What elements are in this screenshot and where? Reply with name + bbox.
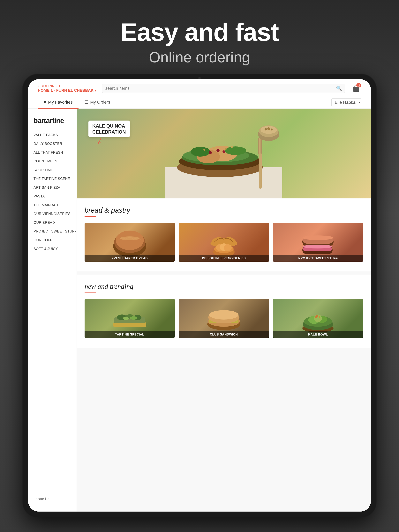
hero-subtitle: Online ordering [120,49,279,66]
svg-rect-0 [353,87,359,92]
sidebar-item-our-coffee[interactable]: OUR COFFEE [28,236,77,245]
hero-title: Easy and fast [120,18,279,47]
logo-bold: tartine [44,117,64,125]
product-card-tartine[interactable]: TARTINE SPECIAL [84,299,175,338]
user-area: Elie Habka [331,98,361,106]
product-label-sweet: PROJECT SWEET STUFF [273,255,363,262]
svg-point-24 [264,128,267,130]
sidebar-nav: VALUE PACKS DAILY BOOSTER ALL THAT FRESH… [28,131,77,492]
search-bar[interactable]: 🔍 [102,84,345,93]
banner-label: KALE QUINOA CELEBRATION [89,120,130,137]
logo: bartartine [28,115,77,131]
tab-favorites[interactable]: ♥ My Favorites [38,96,78,109]
svg-point-48 [130,316,137,320]
tablet-frame: ORDERING TO HOME 1 - FURN EL CHEBBAK ▾ 🔍… [22,73,377,517]
banner-illustration [165,109,282,198]
sidebar-item-pasta[interactable]: PASTA [28,192,77,201]
svg-rect-19 [260,138,260,154]
product-label-club: CLUB SANDWICH [179,331,269,338]
favorites-tab-label: My Favorites [48,100,73,105]
svg-point-11 [225,148,227,150]
svg-point-12 [231,146,233,148]
section-title-bread: bread & pastry [84,206,363,214]
svg-point-54 [209,310,238,320]
product-card-sweet-stuff[interactable]: PROJECT SWEET STUFF [273,223,363,262]
product-card-club[interactable]: CLUB SANDWICH [179,299,269,338]
svg-point-10 [213,147,215,149]
sidebar-item-daily-booster[interactable]: DAILY BOOSTER [28,139,77,148]
search-input[interactable] [105,86,334,91]
heart-icon: ♥ [44,100,46,105]
product-card-venoiseries[interactable]: DELIGHTFUL VENOISERIES [179,223,269,262]
svg-point-30 [120,236,140,240]
user-select[interactable]: Elie Habka [331,98,361,106]
sidebar-item-tartine-scene[interactable]: THE TARTINE SCENE [28,174,77,183]
sidebar-locate[interactable]: Locate Us [28,492,77,506]
hero-section: Easy and fast Online ordering [120,18,279,66]
svg-point-9 [225,146,246,155]
sidebar-item-soup-time[interactable]: SOUP TIME [28,166,77,174]
sidebar-item-main-act[interactable]: THE MAIN ACT [28,201,77,209]
product-label-bread: FRESH BAKED BREAD [84,255,175,262]
logo-text: bartartine [33,117,64,125]
svg-point-16 [209,151,212,154]
search-icon: 🔍 [336,86,342,91]
tab-orders[interactable]: ☰ My Orders [78,96,116,109]
nav-tabs: ♥ My Favorites ☰ My Orders Elie Habka [28,96,371,109]
section-title-trending: new and trending [84,282,363,291]
sidebar-item-all-that-fresh[interactable]: ALL THAT FRESH [28,148,77,157]
content-area: KALE QUINOA CELEBRATION ↙ bread & pastry [77,109,371,512]
product-card-bowl[interactable]: KALE BOWL [273,299,363,338]
ordering-to: ORDERING TO HOME 1 - FURN EL CHEBBAK ▾ [38,84,96,93]
product-card-fresh-baked[interactable]: FRESH BAKED BREAD [84,223,175,262]
cart-icon[interactable]: 11 [351,83,361,94]
svg-point-8 [191,147,210,157]
orders-tab-label: My Orders [90,100,110,105]
ordering-location[interactable]: HOME 1 - FURN EL CHEBBAK ▾ [38,88,96,93]
svg-point-26 [270,128,273,130]
ordering-label: ORDERING TO [38,84,96,88]
svg-point-15 [223,150,225,153]
top-bar: ORDERING TO HOME 1 - FURN EL CHEBBAK ▾ 🔍… [28,79,371,96]
svg-point-41 [303,245,332,248]
svg-point-63 [316,315,318,317]
sidebar-item-count-me-in[interactable]: COUNT ME IN [28,157,77,166]
section-underline-2 [84,292,96,293]
orders-icon: ☰ [84,100,88,105]
sidebar-item-soft-juicy[interactable]: SOFT & JUICY [28,245,77,253]
hero-banner-image: KALE QUINOA CELEBRATION ↙ [77,109,371,198]
sidebar-item-viennoiseries[interactable]: OUR VIENNOISERIES [28,209,77,218]
location-chevron-icon: ▾ [95,89,96,92]
svg-point-38 [303,235,333,240]
svg-point-62 [319,316,320,318]
svg-point-13 [203,149,205,151]
section-underline [84,216,96,217]
product-label-bowl: KALE BOWL [273,331,363,338]
svg-rect-18 [258,138,259,154]
sidebar-item-value-packs[interactable]: VALUE PACKS [28,131,77,139]
product-grid-trending: TARTINE SPECIAL [84,299,363,338]
product-label-pastry: DELIGHTFUL VENOISERIES [179,255,269,262]
main-layout: bartartine VALUE PACKS DAILY BOOSTER ALL… [28,109,371,512]
svg-point-47 [123,317,129,320]
svg-point-35 [224,244,232,251]
product-label-tartine: TARTINE SPECIAL [84,331,175,338]
svg-point-25 [267,127,270,130]
bread-pastry-section: bread & pastry [77,198,371,272]
sidebar-item-artisan-pizza[interactable]: ARTISAN PIZZA [28,183,77,192]
sidebar: bartartine VALUE PACKS DAILY BOOSTER ALL… [28,109,77,512]
new-trending-section: new and trending [77,275,371,348]
tablet-screen: ORDERING TO HOME 1 - FURN EL CHEBBAK ▾ 🔍… [28,79,371,512]
svg-point-14 [216,149,219,152]
sidebar-item-our-bread[interactable]: OUR BREAD [28,218,77,227]
sidebar-item-project-sweet[interactable]: PROJECT SWEET STUFF [28,227,77,236]
cart-badge: 11 [356,83,361,88]
product-grid-bread: FRESH BAKED BREAD [84,223,363,262]
svg-rect-20 [261,138,262,154]
hero-banner: KALE QUINOA CELEBRATION ↙ [77,109,371,198]
cart-area[interactable]: 11 [351,83,361,94]
